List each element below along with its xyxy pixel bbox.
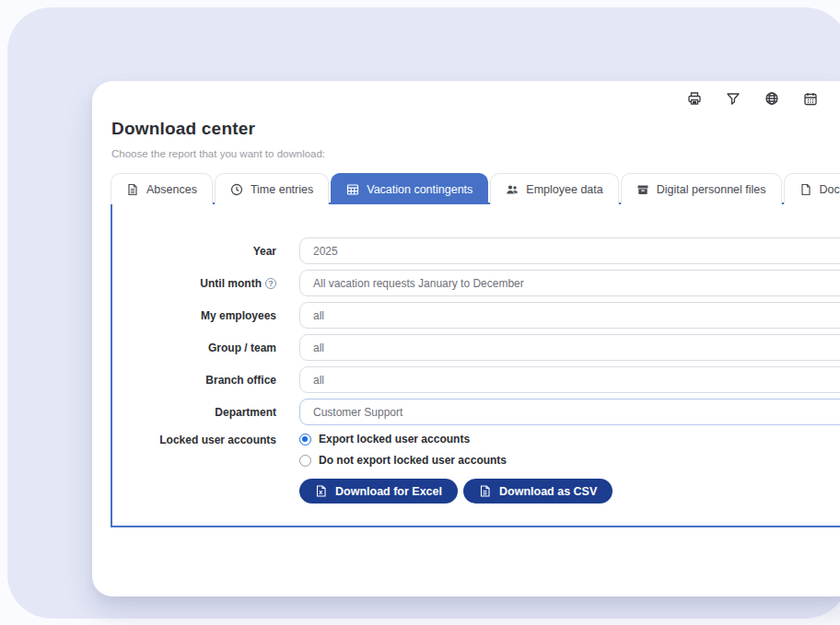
tab-time-entries[interactable]: Time entries bbox=[215, 173, 329, 204]
file-text-icon bbox=[126, 183, 139, 196]
printer-icon[interactable] bbox=[687, 91, 702, 106]
tab-absences[interactable]: Absences bbox=[111, 173, 213, 204]
locked-user-accounts-row: Locked user accounts Export locked user … bbox=[112, 433, 840, 467]
form-row-year: Year 2025 bbox=[112, 237, 840, 264]
tab-documents[interactable]: Documents bbox=[784, 173, 840, 204]
users-icon bbox=[506, 183, 519, 196]
my-employees-label: My employees bbox=[112, 309, 276, 322]
table-icon bbox=[346, 183, 359, 196]
calendar-icon[interactable] bbox=[803, 91, 818, 106]
tab-label: Documents bbox=[820, 183, 840, 196]
tab-label: Digital personnel files bbox=[657, 183, 766, 196]
report-tabs: Absences Time entries Vacation contingen… bbox=[111, 173, 840, 204]
radio-selected-icon bbox=[299, 434, 311, 446]
report-form-panel: Year 2025 Until month ? All vacation req… bbox=[111, 203, 840, 527]
my-employees-select[interactable]: all bbox=[299, 302, 840, 329]
locked-user-accounts-label: Locked user accounts bbox=[112, 433, 276, 446]
branch-office-label: Branch office bbox=[112, 374, 276, 387]
form-row-group-team: Group / team all bbox=[112, 334, 840, 361]
branch-office-select[interactable]: all bbox=[299, 366, 840, 393]
form-row-until-month: Until month ? All vacation requests Janu… bbox=[112, 270, 840, 296]
department-select[interactable]: Customer Support bbox=[299, 399, 840, 425]
form-row-my-employees: My employees all bbox=[112, 302, 840, 329]
tab-digital-personnel-files[interactable]: Digital personnel files bbox=[621, 173, 782, 204]
csv-file-icon bbox=[479, 485, 491, 497]
radio-export-locked[interactable]: Export locked user accounts bbox=[299, 433, 507, 446]
page-title: Download center bbox=[111, 119, 255, 139]
page-subtitle: Choose the report that you want to downl… bbox=[111, 148, 325, 159]
group-team-select[interactable]: all bbox=[299, 334, 840, 361]
tab-label: Employee data bbox=[526, 183, 602, 196]
file-icon bbox=[799, 183, 812, 196]
clock-icon bbox=[230, 183, 243, 196]
form-row-branch-office: Branch office all bbox=[112, 366, 840, 393]
radio-unselected-icon bbox=[299, 455, 311, 467]
tab-label: Vacation contingents bbox=[367, 183, 472, 196]
download-csv-button[interactable]: Download as CSV bbox=[463, 479, 612, 503]
globe-icon[interactable] bbox=[764, 91, 779, 106]
excel-file-icon bbox=[315, 485, 327, 497]
group-team-label: Group / team bbox=[112, 341, 276, 354]
tab-vacation-contingents[interactable]: Vacation contingents bbox=[331, 173, 488, 204]
department-label: Department bbox=[112, 406, 276, 419]
filter-icon[interactable] bbox=[726, 91, 741, 106]
form-row-department: Department Customer Support bbox=[112, 399, 840, 425]
until-month-label: Until month ? bbox=[112, 277, 276, 290]
download-buttons: Download for Excel Download as CSV bbox=[299, 479, 840, 503]
help-icon[interactable]: ? bbox=[265, 278, 276, 289]
archive-icon bbox=[636, 183, 649, 196]
toolbar bbox=[687, 91, 840, 106]
year-select[interactable]: 2025 bbox=[299, 237, 840, 264]
locked-user-accounts-options: Export locked user accounts Do not expor… bbox=[299, 433, 507, 467]
tab-employee-data[interactable]: Employee data bbox=[490, 173, 618, 204]
until-month-select[interactable]: All vacation requests January to Decembe… bbox=[299, 270, 840, 296]
tab-label: Time entries bbox=[251, 183, 313, 196]
radio-do-not-export-locked[interactable]: Do not export locked user accounts bbox=[299, 454, 507, 467]
tab-label: Absences bbox=[146, 183, 197, 196]
year-label: Year bbox=[112, 245, 276, 258]
download-excel-button[interactable]: Download for Excel bbox=[299, 479, 458, 503]
